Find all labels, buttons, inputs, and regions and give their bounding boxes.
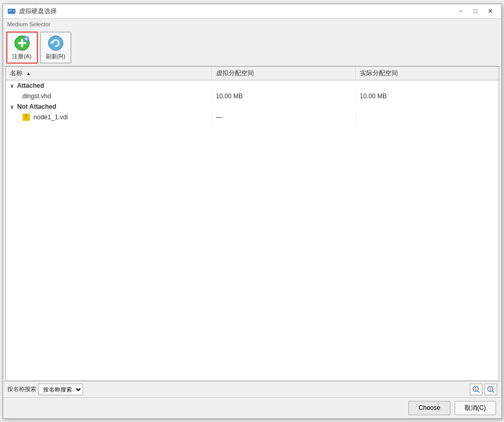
file-name-cell-2: ! node1_1.vdi xyxy=(6,112,212,123)
register-icon xyxy=(14,35,30,52)
register-label: 注册(A) xyxy=(12,53,32,60)
close-button[interactable]: ✕ xyxy=(484,6,497,16)
nav-next-button[interactable] xyxy=(485,384,497,395)
register-button[interactable]: 注册(A) xyxy=(6,32,38,64)
svg-rect-6 xyxy=(18,42,26,44)
svg-rect-2 xyxy=(8,10,12,11)
nav-prev-button[interactable] xyxy=(470,384,482,395)
col-virtual-size[interactable]: 虚拟分配空间 xyxy=(211,67,355,80)
refresh-icon xyxy=(47,35,64,52)
main-window: 虚拟硬盘选择 − □ ✕ Medium Selector 注册(A) xyxy=(3,4,502,419)
window-icon xyxy=(7,7,16,15)
actual-size-cell: 10.00 MB xyxy=(355,91,498,101)
refresh-button[interactable]: 刷新(R) xyxy=(40,32,71,64)
svg-line-13 xyxy=(492,391,494,393)
footer-bar: Choose 取消(C) xyxy=(3,397,501,418)
warning-icon: ! xyxy=(23,114,30,121)
search-label: 按名称搜索 xyxy=(7,385,36,393)
nav-prev-icon xyxy=(472,385,480,394)
svg-line-11 xyxy=(478,391,479,393)
cancel-button[interactable]: 取消(C) xyxy=(455,401,496,415)
title-buttons: − □ ✕ xyxy=(454,6,497,16)
window-title: 虚拟硬盘选择 xyxy=(19,7,57,16)
nav-next-icon xyxy=(487,385,495,394)
toolbar: 注册(A) 刷新(R) xyxy=(3,29,501,66)
virtual-size-cell-2: — xyxy=(211,112,355,123)
minimize-button[interactable]: − xyxy=(454,6,468,16)
refresh-label: 刷新(R) xyxy=(46,53,65,60)
file-name-cell: dingst.vhd xyxy=(6,91,212,101)
media-table: 名称 ▲ 虚拟分配空间 实际分配空间 ∨ Attached xyxy=(6,67,499,123)
virtual-size-cell: 10.00 MB xyxy=(211,91,355,101)
table-header-row: 名称 ▲ 虚拟分配空间 实际分配空间 xyxy=(6,67,499,80)
svg-rect-3 xyxy=(8,11,11,12)
bottom-bar: 按名称搜索 按名称搜索 xyxy=(3,381,501,397)
svg-point-10 xyxy=(473,386,478,392)
col-name[interactable]: 名称 ▲ xyxy=(6,67,212,80)
title-bar-left: 虚拟硬盘选择 xyxy=(7,7,57,16)
title-bar: 虚拟硬盘选择 − □ ✕ xyxy=(3,4,501,19)
search-select[interactable]: 按名称搜索 xyxy=(38,384,83,395)
table-container: 名称 ▲ 虚拟分配空间 实际分配空间 ∨ Attached xyxy=(5,66,499,381)
group-not-attached[interactable]: ∨ Not Attached xyxy=(6,101,499,112)
actual-size-cell-2 xyxy=(355,112,498,123)
choose-button[interactable]: Choose xyxy=(408,401,450,415)
table-row[interactable]: ! node1_1.vdi — xyxy=(6,112,499,123)
maximize-button[interactable]: □ xyxy=(469,6,482,16)
svg-point-12 xyxy=(488,386,493,392)
group-attached[interactable]: ∨ Attached xyxy=(6,80,499,91)
table-row[interactable]: dingst.vhd 10.00 MB 10.00 MB xyxy=(6,91,499,101)
svg-point-1 xyxy=(13,11,14,12)
chevron-attached: ∨ xyxy=(10,83,14,89)
subtitle: Medium Selector xyxy=(3,19,501,29)
col-actual-size[interactable]: 实际分配空间 xyxy=(355,67,498,80)
chevron-not-attached: ∨ xyxy=(10,104,14,110)
